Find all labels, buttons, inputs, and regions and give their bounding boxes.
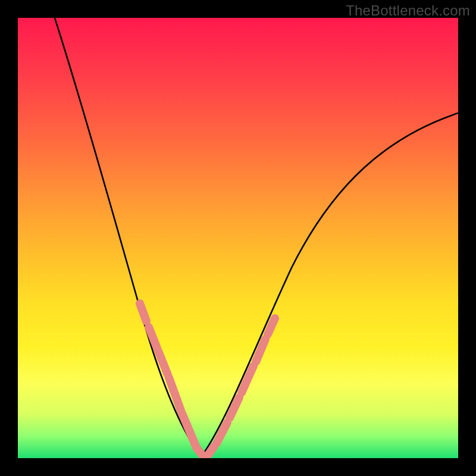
markers-left (140, 303, 205, 458)
chart-svg (18, 18, 458, 458)
markers-right (206, 318, 275, 458)
plot-area (18, 18, 458, 458)
chart-frame: TheBottleneck.com (0, 0, 476, 476)
watermark-text: TheBottleneck.com (346, 2, 470, 19)
curve-left-branch (55, 18, 201, 457)
